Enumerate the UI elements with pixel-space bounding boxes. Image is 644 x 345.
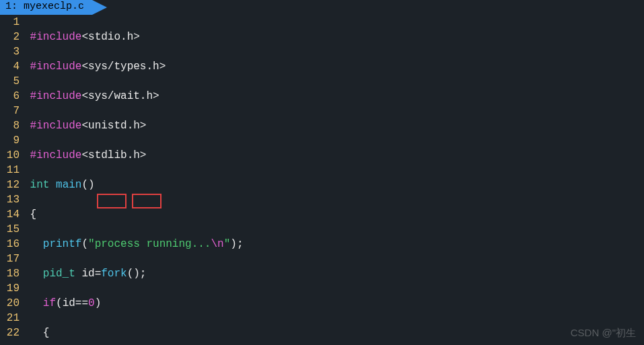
code-line: #include<sys/types.h>: [24, 59, 644, 74]
code-line: #include<unistd.h>: [24, 118, 644, 133]
tab-bar: 1: myexeclp.c: [0, 0, 644, 15]
code-line: int main(): [24, 178, 644, 192]
code-line: #include<stdlib.h>: [24, 148, 644, 163]
highlight-box-icon: [132, 194, 162, 208]
code-line: #include<stdio.h>: [24, 30, 644, 44]
code-line: printf("process running...\n");: [24, 237, 644, 252]
highlight-box-icon: [97, 194, 127, 208]
code-line: #include<sys/wait.h>: [24, 89, 644, 104]
code-editor[interactable]: 1 2 3 4 5 6 7 8 9 10 11 12 13 14 15 16 1…: [0, 15, 644, 345]
tab-file[interactable]: 1: myexeclp.c: [0, 0, 92, 15]
code-line: {: [24, 207, 644, 222]
code-line: {: [24, 325, 644, 340]
line-number-gutter: 1 2 3 4 5 6 7 8 9 10 11 12 13 14 15 16 1…: [0, 15, 24, 345]
code-area[interactable]: #include<stdio.h> #include<sys/types.h> …: [24, 15, 644, 345]
code-line: pid_t id=fork();: [24, 266, 644, 281]
code-line: if(id==0): [24, 296, 644, 311]
watermark: CSDN @"初生: [571, 327, 636, 340]
